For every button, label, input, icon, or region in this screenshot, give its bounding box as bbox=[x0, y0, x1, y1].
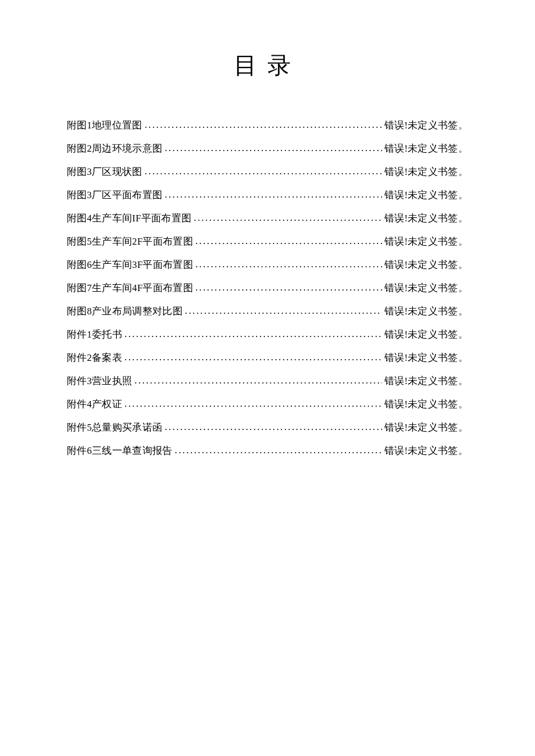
toc-entry-label: 附图5生产车间2F平面布置图 bbox=[67, 237, 193, 247]
toc-entry-page: 错误!未定义书签。 bbox=[384, 284, 468, 293]
toc-entry-label: 附件4产权证 bbox=[67, 400, 122, 410]
toc-entry-label: 附图8产业布局调整对比图 bbox=[67, 307, 183, 317]
toc-entry-page: 错误!未定义书签。 bbox=[384, 144, 468, 154]
toc-entry-label: 附图4生产车间IF平面布置图 bbox=[67, 214, 191, 224]
toc-entry: 附件1委托书 错误!未定义书签。 bbox=[67, 330, 468, 340]
toc-entry: 附件5总量购买承诺函 错误!未定义书签。 bbox=[67, 423, 468, 433]
toc-entry-label: 附图6生产车间3F平面布置图 bbox=[67, 260, 193, 270]
toc-list: 附图1地理位置图 错误!未定义书签。 附图2周边环境示意图 错误!未定义书签。 … bbox=[67, 121, 468, 456]
toc-entry: 附图1地理位置图 错误!未定义书签。 bbox=[67, 121, 468, 131]
toc-entry-page: 错误!未定义书签。 bbox=[384, 191, 468, 200]
toc-entry-page: 错误!未定义书签。 bbox=[384, 214, 468, 224]
toc-entry-page: 错误!未定义书签。 bbox=[384, 423, 468, 433]
toc-leader-dots bbox=[124, 399, 382, 409]
toc-title: 目录 bbox=[67, 49, 468, 81]
toc-entry-label: 附图3厂区现状图 bbox=[67, 167, 142, 177]
toc-entry-page: 错误!未定义书签。 bbox=[384, 237, 468, 247]
toc-entry-page: 错误!未定义书签。 bbox=[384, 353, 468, 363]
toc-entry-page: 错误!未定义书签。 bbox=[384, 260, 468, 270]
toc-entry-label: 附图1地理位置图 bbox=[67, 121, 142, 131]
toc-entry-label: 附件6三线一单查询报告 bbox=[67, 446, 173, 456]
toc-entry-label: 附件2备案表 bbox=[67, 353, 122, 363]
toc-entry-page: 错误!未定义书签。 bbox=[384, 446, 468, 456]
toc-entry: 附图3厂区平面布置图 错误!未定义书签。 bbox=[67, 191, 468, 200]
toc-entry-label: 附件3营业执照 bbox=[67, 377, 132, 386]
toc-entry-label: 附图7生产车间4F平面布置图 bbox=[67, 284, 193, 293]
toc-entry-page: 错误!未定义书签。 bbox=[384, 377, 468, 386]
toc-entry-label: 附图3厂区平面布置图 bbox=[67, 191, 162, 200]
toc-entry: 附图7生产车间4F平面布置图 错误!未定义书签。 bbox=[67, 284, 468, 293]
toc-leader-dots bbox=[145, 167, 382, 177]
toc-entry: 附件4产权证 错误!未定义书签。 bbox=[67, 400, 468, 410]
toc-leader-dots bbox=[195, 283, 382, 293]
toc-entry: 附图8产业布局调整对比图 错误!未定义书签。 bbox=[67, 307, 468, 317]
toc-entry-page: 错误!未定义书签。 bbox=[384, 400, 468, 410]
toc-leader-dots bbox=[165, 144, 382, 153]
toc-leader-dots bbox=[194, 213, 382, 223]
toc-entry: 附图4生产车间IF平面布置图 错误!未定义书签。 bbox=[67, 214, 468, 224]
toc-entry-page: 错误!未定义书签。 bbox=[384, 307, 468, 317]
toc-leader-dots bbox=[175, 446, 382, 456]
toc-entry: 附图5生产车间2F平面布置图 错误!未定义书签。 bbox=[67, 237, 468, 247]
toc-entry: 附件2备案表 错误!未定义书签。 bbox=[67, 353, 468, 363]
toc-entry-page: 错误!未定义书签。 bbox=[384, 330, 468, 340]
toc-entry-label: 附件1委托书 bbox=[67, 330, 122, 340]
toc-entry: 附件6三线一单查询报告 错误!未定义书签。 bbox=[67, 446, 468, 456]
toc-entry: 附图6生产车间3F平面布置图 错误!未定义书签。 bbox=[67, 260, 468, 270]
toc-leader-dots bbox=[195, 260, 382, 270]
toc-leader-dots bbox=[134, 376, 381, 386]
toc-leader-dots bbox=[124, 353, 382, 363]
toc-entry-label: 附图2周边环境示意图 bbox=[67, 144, 162, 154]
toc-leader-dots bbox=[195, 237, 382, 246]
toc-leader-dots bbox=[165, 190, 382, 200]
toc-leader-dots bbox=[185, 306, 382, 316]
toc-entry-label: 附件5总量购买承诺函 bbox=[67, 423, 162, 433]
toc-leader-dots bbox=[124, 329, 382, 339]
toc-entry: 附图3厂区现状图 错误!未定义书签。 bbox=[67, 167, 468, 177]
toc-entry: 附图2周边环境示意图 错误!未定义书签。 bbox=[67, 144, 468, 154]
toc-entry: 附件3营业执照 错误!未定义书签。 bbox=[67, 377, 468, 386]
toc-leader-dots bbox=[165, 422, 382, 432]
toc-entry-page: 错误!未定义书签。 bbox=[384, 167, 468, 177]
toc-leader-dots bbox=[145, 120, 382, 130]
toc-entry-page: 错误!未定义书签。 bbox=[384, 121, 468, 131]
